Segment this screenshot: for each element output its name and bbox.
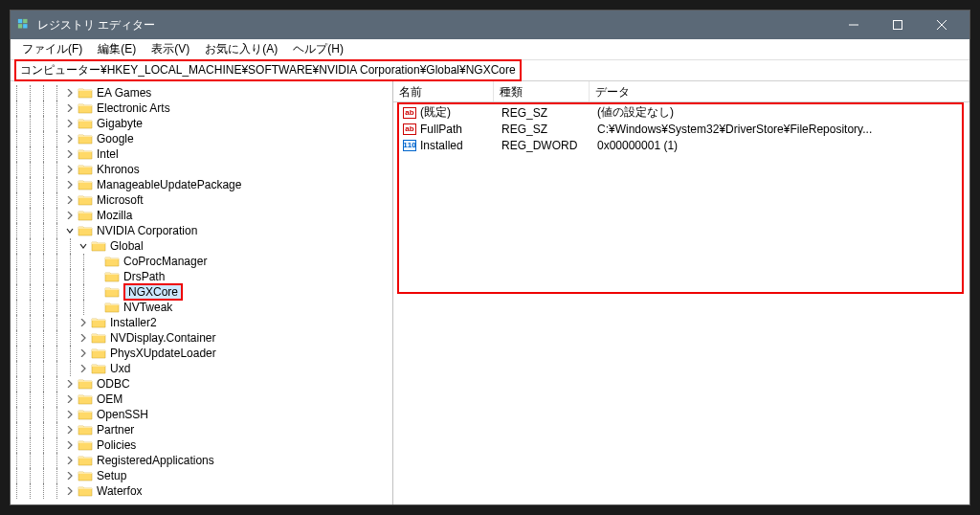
folder-icon: [78, 484, 93, 498]
chevron-right-icon[interactable]: [78, 317, 89, 328]
tree-item[interactable]: Microsoft: [11, 192, 392, 208]
chevron-down-icon[interactable]: [64, 225, 76, 236]
maximize-button[interactable]: [876, 11, 920, 39]
chevron-right-icon[interactable]: [78, 347, 89, 359]
tree-item[interactable]: Electronic Arts: [11, 101, 392, 116]
reg-sz-icon: ab: [402, 105, 417, 121]
chevron-right-icon[interactable]: [64, 179, 76, 190]
chevron-right-icon[interactable]: [64, 133, 76, 145]
tree-item-label: DrsPath: [123, 270, 165, 283]
chevron-right-icon[interactable]: [64, 409, 76, 420]
menu-edit[interactable]: 編集(E): [90, 39, 144, 59]
tree-item-label: Mozilla: [97, 209, 132, 222]
folder-icon: [78, 101, 93, 115]
tree-item-label: NVIDIA Corporation: [97, 224, 197, 237]
value-row[interactable]: abFullPathREG_SZC:¥Windows¥System32¥Driv…: [399, 121, 962, 137]
menu-view[interactable]: 表示(V): [144, 39, 197, 59]
chevron-right-icon[interactable]: [64, 210, 76, 221]
folder-icon: [78, 209, 93, 222]
tree-item[interactable]: Setup: [11, 468, 392, 483]
folder-icon: [78, 392, 93, 406]
tree-item-label: PhysXUpdateLoader: [110, 347, 216, 360]
tree-item[interactable]: RegisteredApplications: [11, 453, 392, 468]
chevron-right-icon[interactable]: [64, 424, 76, 436]
tree-item[interactable]: OpenSSH: [11, 407, 392, 422]
chevron-right-icon[interactable]: [64, 148, 76, 160]
tree-item[interactable]: NVIDIA Corporation: [11, 223, 392, 238]
tree-item[interactable]: Mozilla: [11, 208, 392, 223]
chevron-right-icon[interactable]: [64, 393, 76, 405]
tree-item[interactable]: Installer2: [11, 315, 392, 330]
tree-item-label: OpenSSH: [97, 408, 148, 421]
chevron-right-icon[interactable]: [64, 455, 76, 466]
tree-item[interactable]: NVDisplay.Container: [11, 330, 392, 346]
chevron-down-icon[interactable]: [78, 240, 89, 252]
expander-none: [91, 271, 102, 282]
menubar: ファイル(F) 編集(E) 表示(V) お気に入り(A) ヘルプ(H): [11, 39, 969, 60]
tree-item[interactable]: EA Games: [11, 85, 392, 101]
tree-item[interactable]: ODBC: [11, 376, 392, 392]
chevron-right-icon[interactable]: [64, 378, 76, 390]
tree-item[interactable]: Khronos: [11, 162, 392, 177]
reg-sz-icon: ab: [402, 122, 417, 137]
chevron-right-icon[interactable]: [64, 485, 76, 497]
tree-item-label: Google: [97, 132, 134, 146]
tree-pane[interactable]: EA GamesElectronic ArtsGigabyteGoogleInt…: [11, 81, 393, 504]
tree-item-label: Policies: [97, 438, 136, 452]
tree-item[interactable]: Uxd: [11, 361, 392, 376]
folder-icon: [104, 301, 120, 314]
tree-item-label: ODBC: [97, 377, 130, 391]
tree-item[interactable]: Google: [11, 131, 392, 146]
chevron-right-icon[interactable]: [64, 87, 76, 99]
value-name: FullPath: [420, 123, 500, 136]
tree-item-label: NGXCore: [123, 283, 183, 301]
titlebar[interactable]: レジストリ エディター: [11, 11, 969, 39]
tree-item-label: Installer2: [110, 316, 157, 329]
tree-item[interactable]: OEM: [11, 392, 392, 407]
minimize-button[interactable]: [832, 11, 876, 39]
chevron-right-icon[interactable]: [78, 363, 89, 374]
value-row[interactable]: 110InstalledREG_DWORD0x00000001 (1): [399, 137, 962, 153]
value-row[interactable]: ab(既定)REG_SZ(値の設定なし): [399, 104, 962, 121]
tree-item-label: Waterfox: [97, 484, 143, 498]
tree-item[interactable]: PhysXUpdateLoader: [11, 346, 392, 361]
folder-icon: [78, 132, 93, 146]
tree-item[interactable]: Gigabyte: [11, 116, 392, 131]
tree-item[interactable]: Policies: [11, 437, 392, 453]
column-type[interactable]: 種類: [494, 81, 590, 101]
chevron-right-icon[interactable]: [64, 118, 76, 129]
tree-item[interactable]: Waterfox: [11, 483, 392, 499]
tree-item-label: OEM: [97, 392, 122, 406]
tree-item[interactable]: NGXCore: [11, 284, 392, 300]
column-name[interactable]: 名前: [393, 81, 494, 101]
tree-item[interactable]: Global: [11, 238, 392, 254]
folder-icon: [78, 438, 93, 452]
tree-item[interactable]: DrsPath: [11, 269, 392, 284]
menu-file[interactable]: ファイル(F): [14, 39, 90, 59]
chevron-right-icon[interactable]: [64, 194, 76, 206]
folder-icon: [91, 347, 106, 360]
menu-favorites[interactable]: お気に入り(A): [197, 39, 285, 59]
window-controls: [832, 11, 964, 39]
column-data[interactable]: データ: [590, 81, 969, 101]
tree-item[interactable]: CoProcManager: [11, 254, 392, 269]
content-area: EA GamesElectronic ArtsGigabyteGoogleInt…: [11, 81, 969, 504]
chevron-right-icon[interactable]: [78, 332, 89, 344]
chevron-right-icon[interactable]: [64, 439, 76, 451]
tree-item[interactable]: ManageableUpdatePackage: [11, 177, 392, 192]
tree-item-label: Setup: [97, 469, 126, 482]
value-name: Installed: [420, 139, 500, 152]
close-button[interactable]: [920, 11, 964, 39]
tree-item[interactable]: NVTweak: [11, 300, 392, 315]
chevron-right-icon[interactable]: [64, 164, 76, 175]
chevron-right-icon[interactable]: [64, 102, 76, 114]
folder-icon: [78, 117, 93, 130]
svg-rect-2: [18, 24, 22, 28]
tree-item[interactable]: Partner: [11, 422, 392, 437]
menu-help[interactable]: ヘルプ(H): [285, 39, 351, 59]
value-type: REG_SZ: [500, 106, 595, 120]
chevron-right-icon[interactable]: [64, 470, 76, 481]
address-bar[interactable]: コンピューター¥HKEY_LOCAL_MACHINE¥SOFTWARE¥NVID…: [11, 60, 969, 81]
tree-item[interactable]: Intel: [11, 146, 392, 162]
value-data: (値の設定なし): [595, 104, 962, 121]
